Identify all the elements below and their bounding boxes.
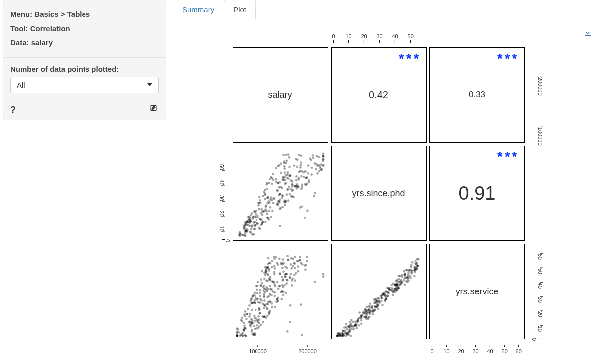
svg-point-563 <box>281 267 283 269</box>
svg-point-239 <box>300 175 303 178</box>
svg-point-894 <box>339 335 341 337</box>
svg-point-160 <box>322 158 324 160</box>
svg-point-590 <box>250 318 252 320</box>
svg-point-831 <box>405 269 408 271</box>
svg-point-509 <box>253 325 255 327</box>
svg-point-139 <box>285 162 287 164</box>
svg-point-269 <box>256 216 259 218</box>
svg-point-595 <box>256 321 259 323</box>
svg-point-297 <box>285 174 287 176</box>
svg-point-444 <box>273 273 275 276</box>
svg-point-847 <box>399 280 401 283</box>
scatter-plot <box>233 146 328 240</box>
bottom-axis-col1: 100000200000 <box>233 340 328 354</box>
svg-point-807 <box>397 278 400 281</box>
svg-point-528 <box>284 275 287 278</box>
svg-point-104 <box>303 176 305 178</box>
svg-point-75 <box>272 197 275 199</box>
svg-point-287 <box>252 221 255 224</box>
svg-point-524 <box>264 304 266 306</box>
svg-point-586 <box>274 285 276 288</box>
svg-point-361 <box>273 265 275 268</box>
svg-point-106 <box>276 190 279 192</box>
svg-point-592 <box>241 335 244 337</box>
svg-point-81 <box>257 204 260 207</box>
npoints-select[interactable]: All <box>10 77 159 93</box>
svg-point-571 <box>267 311 270 313</box>
svg-point-491 <box>271 306 273 309</box>
svg-point-887 <box>385 296 388 299</box>
svg-point-518 <box>262 316 265 318</box>
svg-point-845 <box>349 330 351 332</box>
svg-point-72 <box>283 171 286 174</box>
info-panel: Menu: Basics > Tables Tool: Correlation … <box>3 0 166 120</box>
svg-point-184 <box>313 162 316 165</box>
svg-point-780 <box>363 312 365 314</box>
svg-point-214 <box>264 208 267 211</box>
svg-point-185 <box>314 192 316 195</box>
svg-point-494 <box>292 265 294 268</box>
svg-point-599 <box>322 275 324 278</box>
svg-point-627 <box>403 284 406 286</box>
svg-point-203 <box>269 178 271 180</box>
svg-point-421 <box>250 330 253 333</box>
svg-point-521 <box>236 335 238 337</box>
svg-point-892 <box>344 335 347 337</box>
svg-point-867 <box>336 335 338 337</box>
svg-point-154 <box>279 172 282 174</box>
svg-point-784 <box>346 328 348 330</box>
svg-point-10 <box>286 171 289 174</box>
svg-point-136 <box>267 218 270 221</box>
svg-point-181 <box>245 230 248 233</box>
svg-point-818 <box>416 267 418 269</box>
svg-point-832 <box>393 288 396 290</box>
svg-point-467 <box>285 282 288 285</box>
svg-point-826 <box>365 309 367 312</box>
tab-bar: Summary Plot <box>173 0 594 19</box>
svg-point-854 <box>416 258 418 260</box>
help-button[interactable]: ? <box>8 103 18 117</box>
cell-yrssincephd-yrssincephd: yrs.since.phd <box>331 146 427 241</box>
svg-point-889 <box>409 277 412 279</box>
svg-point-897 <box>410 271 412 274</box>
svg-point-459 <box>282 294 284 296</box>
svg-point-466 <box>279 291 282 293</box>
svg-point-428 <box>306 260 308 263</box>
svg-point-596 <box>247 308 249 310</box>
svg-point-125 <box>251 233 253 236</box>
svg-point-171 <box>271 199 273 201</box>
svg-point-204 <box>277 200 280 202</box>
svg-point-515 <box>273 271 275 274</box>
svg-point-415 <box>245 318 248 320</box>
svg-point-27 <box>307 164 309 167</box>
svg-point-578 <box>256 324 258 327</box>
svg-point-100 <box>287 199 289 202</box>
svg-point-268 <box>316 172 319 175</box>
svg-point-500 <box>294 279 296 282</box>
diag-label-yrsservice: yrs.service <box>430 244 524 339</box>
svg-point-886 <box>378 297 380 300</box>
svg-point-808 <box>395 280 397 282</box>
corr-value: 0.42 <box>332 48 426 142</box>
svg-point-556 <box>273 258 276 260</box>
cell-scatter-yrsservice-salary <box>233 244 328 339</box>
tab-summary[interactable]: Summary <box>173 0 224 19</box>
svg-point-882 <box>365 313 368 315</box>
edit-button[interactable] <box>148 103 161 117</box>
svg-point-473 <box>252 295 254 297</box>
cell-corr-salary-yrsservice: *** 0.33 <box>429 47 525 143</box>
svg-point-576 <box>266 288 269 290</box>
svg-point-583 <box>293 262 296 265</box>
svg-point-286 <box>313 195 315 198</box>
svg-point-293 <box>299 170 301 173</box>
svg-point-871 <box>370 307 373 309</box>
svg-point-589 <box>254 297 256 299</box>
download-plot-button[interactable] <box>583 28 592 39</box>
svg-point-653 <box>381 304 384 306</box>
svg-point-562 <box>293 274 295 276</box>
svg-point-839 <box>360 322 362 325</box>
svg-point-83 <box>269 206 271 209</box>
tab-plot[interactable]: Plot <box>224 0 256 19</box>
svg-point-591 <box>259 324 262 326</box>
svg-point-217 <box>292 196 295 198</box>
